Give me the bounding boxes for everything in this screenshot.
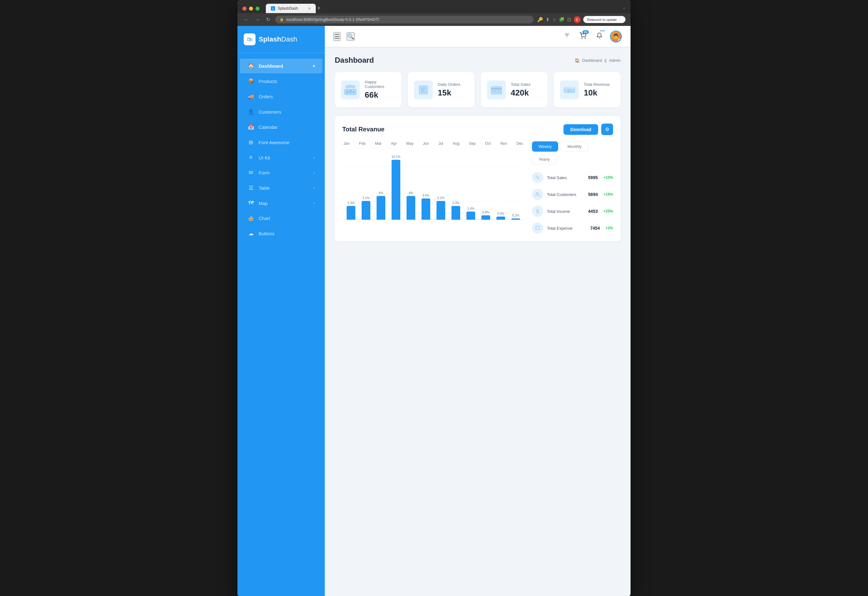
month-aug: Aug [453,142,459,146]
bar-group: 2.3% [344,201,359,220]
sidebar-item-orders[interactable]: 🚚 Orders [240,89,322,104]
stat-row-total-expense: Total Expense 7454 +2% [532,223,613,234]
logo-light: Dash [281,35,297,43]
bar-element [466,212,475,220]
forward-button[interactable]: → [254,16,261,23]
total-sales-icon [487,81,506,99]
menu-toggle-button[interactable]: ☰ [334,32,340,41]
ui-kit-icon: ≡ [247,155,254,161]
sidebar-item-table[interactable]: ☰ Table › [240,181,322,195]
table-icon: ☰ [247,185,254,191]
sidebar-item-products[interactable]: 📦 Products [240,74,322,89]
total-sales-row-info: Total Sales [547,176,585,180]
sidebar-item-ui-kit[interactable]: ≡ UI Kit › [240,150,322,165]
active-tab[interactable]: S SplashDash × [266,4,316,13]
total-sales-info: Total Sales 420k [511,82,531,98]
url-text: localhost:8080/SpringBootStudy-0.0.1-SNA… [286,17,379,22]
bar-value-label: 4% [379,191,383,195]
user-avatar[interactable]: 👨 [610,31,622,43]
total-income-row-icon [532,206,543,217]
total-expense-row-change: +2% [605,226,613,230]
total-sales-row-name: Total Sales [547,176,585,180]
bell-icon-button[interactable] [596,32,602,40]
stat-card-total-sales: Total Sales 420k [481,72,548,107]
key-icon[interactable]: 🔑 [537,17,543,22]
logo-text: SplashDash [259,35,297,43]
relaunch-menu-icon: ⋮ [618,18,621,22]
filter-icon-button[interactable] [564,32,570,40]
sidebar-icon[interactable]: ⊡ [567,17,571,22]
chart-area: Jan Feb Mar Apr May Jun Jul Aug Sep Oct [342,142,524,234]
relaunch-button[interactable]: Relaunch to update ⋮ [583,16,626,23]
total-income-row-change: +25% [604,209,613,214]
sidebar-logo: 🛍 SplashDash [238,26,325,53]
sidebar-item-dashboard[interactable]: 🏠 Dashboard ▾ [240,59,322,73]
browser-dots [242,7,260,10]
download-button[interactable]: Download [564,124,598,135]
sidebar-item-label: Calendar [259,124,278,130]
stat-row-total-sales: Total Sales 5995 +15% [532,172,613,183]
bar-chart: 2.3%3.1%4%10.1%4%3.6%3.2%2.3%1.4%0.8%0.5… [342,148,524,220]
bar-value-label: 2.3% [348,201,355,205]
bar-group: 0.8% [478,211,493,220]
stat-cards-grid: Happy Customers 66k [335,72,621,107]
sidebar-item-font-awesome[interactable]: ⊞ Font Awesome [240,135,322,150]
cart-badge: 05 [583,30,589,34]
bar-group: 3.2% [433,196,448,220]
month-sep: Sep [469,142,475,146]
extension-icon[interactable]: 🧩 [559,17,565,22]
stat-card-daily-orders: Daily Orders 15k [408,72,475,107]
month-apr: Apr [391,142,397,146]
minimize-button[interactable] [249,7,253,10]
stat-row-total-customers: Total Customers 5894 +15% [532,189,613,200]
sidebar-item-label: Form [259,170,270,176]
bar-element [376,196,385,220]
page-title: Dashboard [335,56,374,65]
buttons-icon: ☁ [247,230,254,237]
svg-rect-7 [349,90,351,93]
svg-point-3 [582,38,582,38]
sidebar-item-chart[interactable]: 🥧 Chart [240,211,322,226]
total-customers-row-icon [532,189,543,200]
sidebar-item-customers[interactable]: 👤 Customers [240,105,322,119]
bookmark-icon[interactable]: ☆ [552,17,556,22]
cart-icon-button[interactable]: 05 [579,32,586,41]
share-icon[interactable]: ⬆ [546,17,550,22]
weekly-button[interactable]: Weekly [532,142,558,152]
bar-group: 3.1% [359,196,373,220]
settings-button[interactable]: ⚙ [601,124,613,135]
sidebar-item-label: Orders [259,94,273,99]
month-feb: Feb [359,142,366,146]
customers-icon: 👤 [247,109,254,115]
font-awesome-icon: ⊞ [247,139,254,146]
total-customers-row-name: Total Customers [547,192,585,197]
total-revenue-info: Total Revenue 10k [584,82,610,98]
reload-button[interactable]: ↻ [265,16,272,23]
month-jun: Jun [423,142,429,146]
bar-element [496,217,505,220]
yearly-button[interactable]: Yearly [532,154,556,164]
bar-element [452,206,460,220]
search-button[interactable]: 🔍 [347,32,355,41]
back-button[interactable]: ← [242,16,250,23]
revenue-title: Total Revanue [342,126,384,133]
browser-chevron-icon: ⌄ [623,5,626,12]
maximize-button[interactable] [255,7,260,10]
sidebar-item-map[interactable]: 🗺 Map › [240,196,322,210]
new-tab-button[interactable]: + [317,5,321,13]
bar-element [406,196,415,220]
total-income-row-info: Total Income [547,209,585,214]
sidebar-item-buttons[interactable]: ☁ Buttons [240,226,322,241]
close-button[interactable] [242,7,247,10]
bar-value-label: 3.6% [422,194,430,197]
bar-value-label: 2.3% [452,201,460,205]
monthly-button[interactable]: Monthly [561,142,588,152]
tab-close-icon[interactable]: × [308,6,311,11]
address-bar[interactable]: 🔒 localhost:8080/SpringBootStudy-0.0.1-S… [275,16,533,24]
sidebar-item-calendar[interactable]: 📅 Calendar [240,120,322,134]
svg-point-24 [536,193,537,194]
profile-icon[interactable]: E [574,16,581,23]
chart-icon: 🥧 [247,215,254,221]
sidebar-item-form[interactable]: ✉ Form › [240,165,322,180]
daily-orders-icon [414,81,433,99]
